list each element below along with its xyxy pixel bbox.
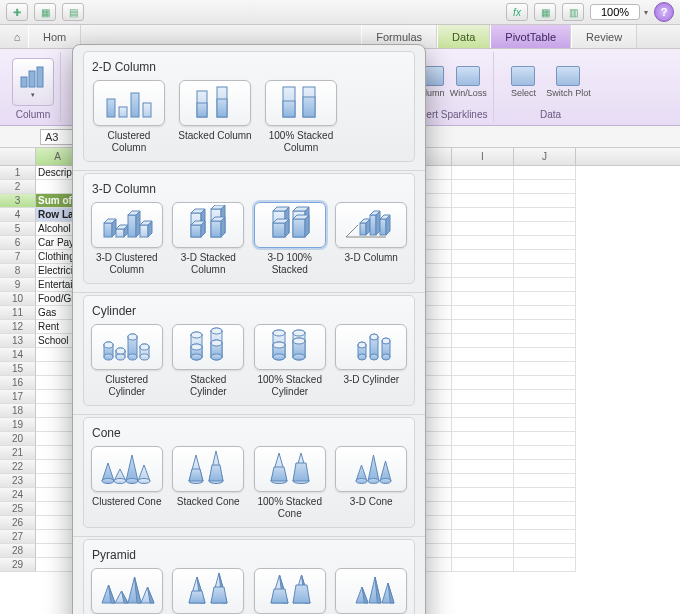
- cell[interactable]: [514, 278, 576, 292]
- row-header[interactable]: 1: [0, 166, 36, 180]
- row-header[interactable]: 15: [0, 362, 36, 376]
- qat-button-5[interactable]: ▦: [534, 3, 556, 21]
- row-header[interactable]: 19: [0, 418, 36, 432]
- row-header[interactable]: 8: [0, 264, 36, 278]
- row-header[interactable]: 29: [0, 558, 36, 572]
- chart-type-button[interactable]: [254, 202, 326, 248]
- row-header[interactable]: 13: [0, 334, 36, 348]
- cell[interactable]: [452, 250, 514, 264]
- chart-type-button[interactable]: [335, 202, 407, 248]
- chart-type-button[interactable]: [172, 202, 244, 248]
- cell[interactable]: [514, 376, 576, 390]
- row-header[interactable]: 21: [0, 446, 36, 460]
- cell[interactable]: [452, 208, 514, 222]
- row-header[interactable]: 24: [0, 488, 36, 502]
- cell[interactable]: [514, 558, 576, 572]
- row-header[interactable]: 28: [0, 544, 36, 558]
- cell[interactable]: [514, 474, 576, 488]
- chart-type-button[interactable]: [254, 324, 326, 370]
- cell[interactable]: [514, 194, 576, 208]
- cell[interactable]: [514, 236, 576, 250]
- row-header[interactable]: 14: [0, 348, 36, 362]
- fx-button[interactable]: fx: [506, 3, 528, 21]
- cell[interactable]: [514, 404, 576, 418]
- sparkline-winloss-button[interactable]: Win/Loss: [453, 65, 483, 99]
- chart-type-button[interactable]: [172, 568, 244, 614]
- cell[interactable]: [514, 460, 576, 474]
- cell[interactable]: [514, 250, 576, 264]
- cell[interactable]: [452, 376, 514, 390]
- cell[interactable]: [452, 222, 514, 236]
- cell[interactable]: [514, 432, 576, 446]
- row-header[interactable]: 23: [0, 474, 36, 488]
- row-header[interactable]: 5: [0, 222, 36, 236]
- cell[interactable]: [514, 306, 576, 320]
- select-all-corner[interactable]: [0, 148, 36, 165]
- cell[interactable]: [452, 320, 514, 334]
- cell[interactable]: [452, 432, 514, 446]
- cell[interactable]: [452, 180, 514, 194]
- row-header[interactable]: 2: [0, 180, 36, 194]
- help-button[interactable]: ?: [654, 2, 674, 22]
- row-header[interactable]: 17: [0, 390, 36, 404]
- cell[interactable]: [452, 362, 514, 376]
- cell[interactable]: [452, 418, 514, 432]
- cell[interactable]: [452, 404, 514, 418]
- chart-type-button[interactable]: [91, 202, 163, 248]
- cell[interactable]: [452, 278, 514, 292]
- row-header[interactable]: 4: [0, 208, 36, 222]
- chart-type-button[interactable]: [254, 446, 326, 492]
- cell[interactable]: [514, 166, 576, 180]
- cell[interactable]: [452, 502, 514, 516]
- cell[interactable]: [514, 488, 576, 502]
- row-header[interactable]: 12: [0, 320, 36, 334]
- column-header[interactable]: I: [452, 148, 514, 165]
- cell[interactable]: [514, 446, 576, 460]
- cell[interactable]: [452, 194, 514, 208]
- chart-type-button[interactable]: [335, 446, 407, 492]
- zoom-input[interactable]: [590, 4, 640, 20]
- chart-type-button[interactable]: [254, 568, 326, 614]
- cell[interactable]: [514, 208, 576, 222]
- chart-type-button[interactable]: [91, 446, 163, 492]
- row-header[interactable]: 20: [0, 432, 36, 446]
- row-header[interactable]: 3: [0, 194, 36, 208]
- chart-type-button[interactable]: [265, 80, 337, 126]
- cell[interactable]: [514, 264, 576, 278]
- row-header[interactable]: 16: [0, 376, 36, 390]
- cell[interactable]: [452, 292, 514, 306]
- row-header[interactable]: 18: [0, 404, 36, 418]
- row-header[interactable]: 7: [0, 250, 36, 264]
- qat-button-2[interactable]: ▦: [34, 3, 56, 21]
- column-header[interactable]: J: [514, 148, 576, 165]
- row-header[interactable]: 10: [0, 292, 36, 306]
- cell[interactable]: [514, 362, 576, 376]
- home-icon[interactable]: ⌂: [6, 25, 28, 48]
- cell[interactable]: [452, 488, 514, 502]
- cell[interactable]: [452, 474, 514, 488]
- cell[interactable]: [452, 334, 514, 348]
- tab-data[interactable]: Data: [437, 25, 490, 48]
- row-header[interactable]: 25: [0, 502, 36, 516]
- cell[interactable]: [514, 320, 576, 334]
- qat-button-3[interactable]: ▤: [62, 3, 84, 21]
- chart-type-button[interactable]: [91, 324, 163, 370]
- column-chart-button[interactable]: ▾: [12, 58, 54, 106]
- cell[interactable]: [452, 306, 514, 320]
- cell[interactable]: [514, 180, 576, 194]
- save-button[interactable]: ✚: [6, 3, 28, 21]
- cell[interactable]: [514, 544, 576, 558]
- cell[interactable]: [514, 418, 576, 432]
- tab-review[interactable]: Review: [571, 25, 637, 48]
- qat-button-6[interactable]: ▥: [562, 3, 584, 21]
- chart-type-button[interactable]: [172, 446, 244, 492]
- dropdown-icon[interactable]: ▾: [644, 8, 648, 17]
- cell[interactable]: [514, 530, 576, 544]
- cell[interactable]: [452, 544, 514, 558]
- cell[interactable]: [452, 530, 514, 544]
- row-header[interactable]: 26: [0, 516, 36, 530]
- chart-type-button[interactable]: [172, 324, 244, 370]
- cell[interactable]: [452, 166, 514, 180]
- chart-type-button[interactable]: [179, 80, 251, 126]
- chart-type-button[interactable]: [335, 324, 407, 370]
